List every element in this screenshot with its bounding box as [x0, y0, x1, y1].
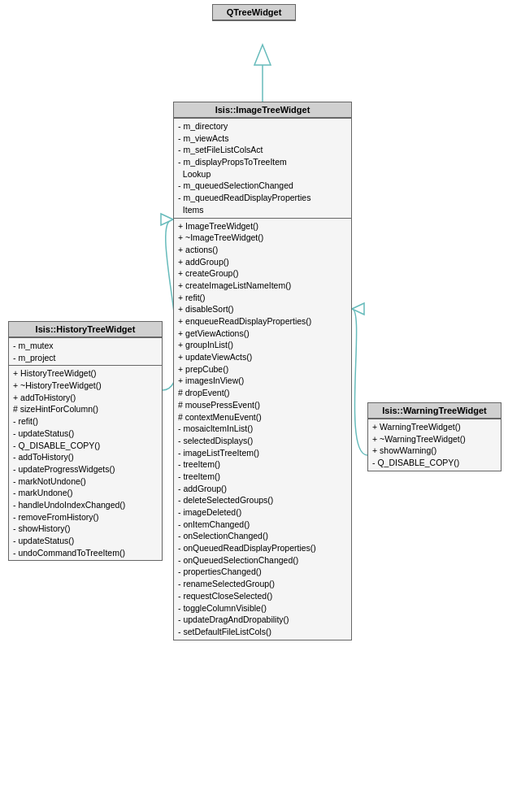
imagetreewidget-method-7: + disableSort() — [178, 303, 347, 315]
imagetreewidget-method-15: # mousePressEvent() — [178, 399, 347, 411]
imagetreewidget-method-16: # contextMenuEvent() — [178, 411, 347, 423]
imagetreewidget-method-31: - requestCloseSelected() — [178, 590, 347, 602]
historytreewidget-method-2: + addToHistory() — [13, 392, 158, 404]
imagetreewidget-method-17: - mosaicItemInList() — [178, 423, 347, 435]
historytreewidget-method-14: - updateStatus() — [13, 535, 158, 547]
warningtreewidget-method-1: + ~WarningTreeWidget() — [372, 433, 497, 445]
imagetreewidget-method-1: + ~ImageTreeWidget() — [178, 232, 347, 244]
imagetreewidget-method-6: + refit() — [178, 292, 347, 304]
imagetreewidget-member-5: - m_queuedReadDisplayProperties — [178, 192, 347, 204]
imagetreewidget-methods: + ImageTreeWidget() + ~ImageTreeWidget()… — [174, 218, 351, 640]
imagetreewidget-method-9: + getViewActions() — [178, 328, 347, 340]
imagetreewidget-members: - m_directory - m_viewActs - m_setFileLi… — [174, 118, 351, 218]
imagetreewidget-member-2: - m_setFileListColsAct — [178, 144, 347, 156]
imagetreewidget-method-28: - onQueuedSelectionChanged() — [178, 554, 347, 567]
warningtreewidget-classname: Isis::WarningTreeWidget — [368, 403, 501, 419]
imagetreewidget-method-21: - treeItem() — [178, 471, 347, 483]
imagetreewidget-method-5: + createImageListNameItem() — [178, 280, 347, 292]
imagetreewidget-method-14: # dropEvent() — [178, 387, 347, 399]
imagetreewidget-classname: Isis::ImageTreeWidget — [174, 102, 351, 118]
diagram-container: QTreeWidget Isis::ImageTreeWidget - m_di… — [0, 0, 508, 812]
historytreewidget-method-8: - updateProgressWidgets() — [13, 463, 158, 475]
imagetreewidget-method-10: + groupInList() — [178, 339, 347, 351]
historytreewidget-member-1: - m_project — [13, 352, 158, 364]
historytreewidget-method-6: - Q_DISABLE_COPY() — [13, 440, 158, 452]
svg-marker-1 — [254, 45, 271, 65]
imagetreewidget-method-0: + ImageTreeWidget() — [178, 220, 347, 232]
historytreewidget-method-4: - refit() — [13, 415, 158, 428]
imagetreewidget-method-3: + addGroup() — [178, 256, 347, 268]
historytreewidget-member-0: - m_mutex — [13, 340, 158, 352]
historytreewidget-method-11: - handleUndoIndexChanged() — [13, 499, 158, 511]
imagetreewidget-method-32: - toggleColumnVisible() — [178, 602, 347, 614]
imagetreewidget-member-3: - m_displayPropsToTreeItem — [178, 156, 347, 168]
imagetreewidget-method-26: - onSelectionChanged() — [178, 530, 347, 542]
imagetreewidget-method-24: - imageDeleted() — [178, 506, 347, 519]
qtreewidget-classname: QTreeWidget — [213, 5, 295, 20]
imagetreewidget-method-23: - deleteSelectedGroups() — [178, 494, 347, 506]
imagetreewidget-method-33: - updateDragAndDropability() — [178, 614, 347, 626]
imagetreewidget-method-4: + createGroup() — [178, 267, 347, 280]
imagetreewidget-member-1: - m_viewActs — [178, 132, 347, 145]
imagetreewidget-method-13: + imagesInView() — [178, 375, 347, 387]
imagetreewidget-method-34: - setDefaultFileListCols() — [178, 626, 347, 638]
historytreewidget-method-10: - markUndone() — [13, 487, 158, 499]
historytreewidget-method-7: - addToHistory() — [13, 451, 158, 463]
imagetreewidget-member-3b: Lookup — [178, 168, 347, 180]
historytreewidget-method-12: - removeFromHistory() — [13, 511, 158, 523]
imagetreewidget-method-11: + updateViewActs() — [178, 351, 347, 363]
qtreewidget-box: QTreeWidget — [212, 4, 296, 21]
svg-marker-3 — [352, 303, 364, 315]
historytreewidget-members: - m_mutex - m_project — [9, 337, 162, 365]
imagetreewidget-method-8: + enqueueReadDisplayProperties() — [178, 315, 347, 328]
imagetreewidget-member-5b: Items — [178, 204, 347, 216]
warningtreewidget-method-2: + showWarning() — [372, 445, 497, 457]
imagetreewidget-method-25: - onItemChanged() — [178, 519, 347, 531]
imagetreewidget-member-0: - m_directory — [178, 120, 347, 132]
imagetreewidget-method-22: - addGroup() — [178, 483, 347, 495]
historytreewidget-method-0: + HistoryTreeWidget() — [13, 367, 158, 380]
warningtreewidget-methods: + WarningTreeWidget() + ~WarningTreeWidg… — [368, 419, 501, 471]
imagetreewidget-box: Isis::ImageTreeWidget - m_directory - m_… — [173, 102, 352, 640]
imagetreewidget-method-18: - selectedDisplays() — [178, 435, 347, 447]
historytreewidget-method-1: + ~HistoryTreeWidget() — [13, 380, 158, 392]
imagetreewidget-method-2: + actions() — [178, 244, 347, 256]
historytreewidget-classname: Isis::HistoryTreeWidget — [9, 322, 162, 337]
warningtreewidget-method-0: + WarningTreeWidget() — [372, 421, 497, 433]
imagetreewidget-method-20: - treeItem() — [178, 458, 347, 471]
historytreewidget-method-13: - showHistory() — [13, 523, 158, 535]
historytreewidget-method-9: - markNotUndone() — [13, 475, 158, 488]
historytreewidget-box: Isis::HistoryTreeWidget - m_mutex - m_pr… — [8, 321, 163, 561]
historytreewidget-method-3: # sizeHintForColumn() — [13, 403, 158, 415]
imagetreewidget-method-30: - renameSelectedGroup() — [178, 578, 347, 590]
historytreewidget-methods: + HistoryTreeWidget() + ~HistoryTreeWidg… — [9, 365, 162, 560]
historytreewidget-method-15: - undoCommandToTreeItem() — [13, 547, 158, 559]
imagetreewidget-method-12: + prepCube() — [178, 363, 347, 376]
warningtreewidget-method-3: - Q_DISABLE_COPY() — [372, 457, 497, 469]
imagetreewidget-member-4: - m_queuedSelectionChanged — [178, 180, 347, 192]
imagetreewidget-method-19: - imageListTreeItem() — [178, 447, 347, 459]
warningtreewidget-box: Isis::WarningTreeWidget + WarningTreeWid… — [367, 402, 501, 471]
imagetreewidget-method-27: - onQueuedReadDisplayProperties() — [178, 542, 347, 554]
historytreewidget-method-5: - updateStatus() — [13, 428, 158, 440]
imagetreewidget-method-29: - propertiesChanged() — [178, 566, 347, 578]
svg-marker-2 — [161, 214, 173, 225]
